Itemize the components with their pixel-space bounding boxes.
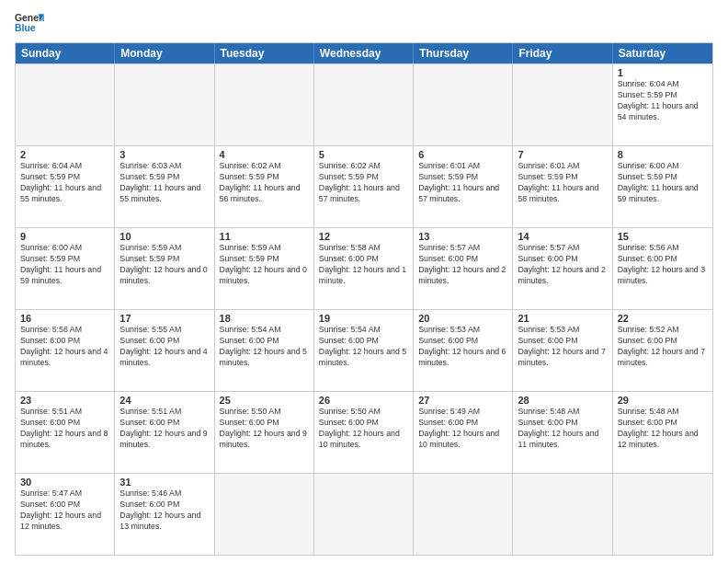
calendar-row-2: 2Sunrise: 6:04 AM Sunset: 5:59 PM Daylig… [16,145,712,227]
calendar-cell: 19Sunrise: 5:54 AM Sunset: 6:00 PM Dayli… [314,310,414,391]
day-number: 15 [618,231,708,242]
day-number: 13 [418,231,507,242]
svg-text:Blue: Blue [15,23,36,33]
day-number: 22 [618,313,708,324]
calendar-cell: 6Sunrise: 6:01 AM Sunset: 5:59 PM Daylig… [414,146,513,227]
calendar-cell: 20Sunrise: 5:53 AM Sunset: 6:00 PM Dayli… [414,310,513,391]
day-number: 30 [20,477,109,488]
calendar-cell: 23Sunrise: 5:51 AM Sunset: 6:00 PM Dayli… [16,392,115,473]
calendar-cell: 17Sunrise: 5:55 AM Sunset: 6:00 PM Dayli… [115,310,214,391]
day-number: 28 [518,395,607,406]
calendar-cell: 3Sunrise: 6:03 AM Sunset: 5:59 PM Daylig… [115,146,214,227]
calendar-cell [314,474,414,555]
calendar-cell: 9Sunrise: 6:00 AM Sunset: 5:59 PM Daylig… [16,228,115,309]
calendar-cell: 28Sunrise: 5:48 AM Sunset: 6:00 PM Dayli… [513,392,612,473]
day-number: 12 [319,231,408,242]
calendar-cell: 26Sunrise: 5:50 AM Sunset: 6:00 PM Dayli… [314,392,414,473]
calendar-cell: 22Sunrise: 5:52 AM Sunset: 6:00 PM Dayli… [613,310,712,391]
header: General Blue [15,11,713,37]
day-number: 18 [220,313,309,324]
calendar-cell: 18Sunrise: 5:54 AM Sunset: 6:00 PM Dayli… [215,310,314,391]
calendar-cell: 14Sunrise: 5:57 AM Sunset: 6:00 PM Dayli… [513,228,612,309]
day-info: Sunrise: 6:01 AM Sunset: 5:59 PM Dayligh… [418,161,507,205]
calendar-row-5: 23Sunrise: 5:51 AM Sunset: 6:00 PM Dayli… [16,391,712,473]
calendar-cell: 13Sunrise: 5:57 AM Sunset: 6:00 PM Dayli… [414,228,513,309]
day-info: Sunrise: 5:54 AM Sunset: 6:00 PM Dayligh… [319,325,408,369]
day-info: Sunrise: 6:00 AM Sunset: 5:59 PM Dayligh… [618,161,708,205]
day-info: Sunrise: 5:54 AM Sunset: 6:00 PM Dayligh… [220,325,309,369]
weekday-header-saturday: Saturday [613,43,712,63]
calendar-cell [314,64,414,145]
day-info: Sunrise: 5:56 AM Sunset: 6:00 PM Dayligh… [618,243,708,287]
weekday-header-thursday: Thursday [414,43,513,63]
calendar-cell [513,64,612,145]
page: General Blue SundayMondayTuesdayWednesda… [0,0,728,563]
day-number: 6 [418,149,507,160]
calendar-cell [215,64,314,145]
day-number: 24 [119,395,209,406]
day-number: 10 [119,231,209,242]
day-info: Sunrise: 5:46 AM Sunset: 6:00 PM Dayligh… [119,488,209,533]
day-number: 25 [220,395,309,406]
day-info: Sunrise: 5:59 AM Sunset: 5:59 PM Dayligh… [220,243,309,287]
day-info: Sunrise: 6:03 AM Sunset: 5:59 PM Dayligh… [119,161,209,205]
calendar-row-1: 1Sunrise: 6:04 AM Sunset: 5:59 PM Daylig… [16,63,712,145]
day-number: 14 [518,231,607,242]
day-info: Sunrise: 5:51 AM Sunset: 6:00 PM Dayligh… [20,407,109,451]
calendar-row-3: 9Sunrise: 6:00 AM Sunset: 5:59 PM Daylig… [16,227,712,309]
calendar-cell [115,64,214,145]
day-info: Sunrise: 6:04 AM Sunset: 5:59 PM Dayligh… [20,161,109,205]
calendar-cell: 10Sunrise: 5:59 AM Sunset: 5:59 PM Dayli… [115,228,214,309]
day-number: 20 [418,313,507,324]
day-info: Sunrise: 5:59 AM Sunset: 5:59 PM Dayligh… [119,243,209,287]
calendar-cell [414,64,513,145]
weekday-header-sunday: Sunday [16,43,115,63]
day-number: 16 [20,313,109,324]
calendar-header: SundayMondayTuesdayWednesdayThursdayFrid… [16,43,712,63]
calendar-cell: 16Sunrise: 5:56 AM Sunset: 6:00 PM Dayli… [16,310,115,391]
calendar: SundayMondayTuesdayWednesdayThursdayFrid… [15,42,713,556]
calendar-cell: 30Sunrise: 5:47 AM Sunset: 6:00 PM Dayli… [16,474,115,555]
day-info: Sunrise: 5:52 AM Sunset: 6:00 PM Dayligh… [618,325,708,369]
day-info: Sunrise: 5:51 AM Sunset: 6:00 PM Dayligh… [119,407,209,451]
day-number: 11 [220,231,309,242]
generalblue-logo-icon: General Blue [15,11,44,37]
day-info: Sunrise: 5:57 AM Sunset: 6:00 PM Dayligh… [418,243,507,287]
day-info: Sunrise: 5:58 AM Sunset: 6:00 PM Dayligh… [319,243,408,287]
calendar-cell: 7Sunrise: 6:01 AM Sunset: 5:59 PM Daylig… [513,146,612,227]
calendar-cell: 1Sunrise: 6:04 AM Sunset: 5:59 PM Daylig… [613,64,712,145]
day-number: 5 [319,149,408,160]
day-info: Sunrise: 5:50 AM Sunset: 6:00 PM Dayligh… [220,407,309,451]
day-number: 9 [20,231,109,242]
day-number: 26 [319,395,408,406]
calendar-cell: 15Sunrise: 5:56 AM Sunset: 6:00 PM Dayli… [613,228,712,309]
day-number: 4 [220,149,309,160]
day-number: 23 [20,395,109,406]
day-info: Sunrise: 5:48 AM Sunset: 6:00 PM Dayligh… [618,407,708,451]
weekday-header-tuesday: Tuesday [215,43,314,63]
day-info: Sunrise: 5:57 AM Sunset: 6:00 PM Dayligh… [518,243,607,287]
day-number: 1 [618,67,708,78]
day-info: Sunrise: 6:04 AM Sunset: 5:59 PM Dayligh… [618,79,708,123]
calendar-cell: 25Sunrise: 5:50 AM Sunset: 6:00 PM Dayli… [215,392,314,473]
day-info: Sunrise: 6:02 AM Sunset: 5:59 PM Dayligh… [220,161,309,205]
day-info: Sunrise: 5:56 AM Sunset: 6:00 PM Dayligh… [20,325,109,369]
calendar-cell: 5Sunrise: 6:02 AM Sunset: 5:59 PM Daylig… [314,146,414,227]
day-number: 19 [319,313,408,324]
calendar-cell [215,474,314,555]
day-info: Sunrise: 6:00 AM Sunset: 5:59 PM Dayligh… [20,243,109,287]
day-info: Sunrise: 5:53 AM Sunset: 6:00 PM Dayligh… [418,325,507,369]
calendar-cell [414,474,513,555]
calendar-cell: 21Sunrise: 5:53 AM Sunset: 6:00 PM Dayli… [513,310,612,391]
calendar-cell: 12Sunrise: 5:58 AM Sunset: 6:00 PM Dayli… [314,228,414,309]
calendar-row-6: 30Sunrise: 5:47 AM Sunset: 6:00 PM Dayli… [16,473,712,555]
day-number: 29 [618,395,708,406]
day-info: Sunrise: 6:01 AM Sunset: 5:59 PM Dayligh… [518,161,607,205]
calendar-cell: 4Sunrise: 6:02 AM Sunset: 5:59 PM Daylig… [215,146,314,227]
calendar-cell: 8Sunrise: 6:00 AM Sunset: 5:59 PM Daylig… [613,146,712,227]
calendar-cell: 11Sunrise: 5:59 AM Sunset: 5:59 PM Dayli… [215,228,314,309]
day-info: Sunrise: 6:02 AM Sunset: 5:59 PM Dayligh… [319,161,408,205]
day-number: 17 [119,313,209,324]
calendar-cell: 31Sunrise: 5:46 AM Sunset: 6:00 PM Dayli… [115,474,214,555]
day-number: 3 [119,149,209,160]
